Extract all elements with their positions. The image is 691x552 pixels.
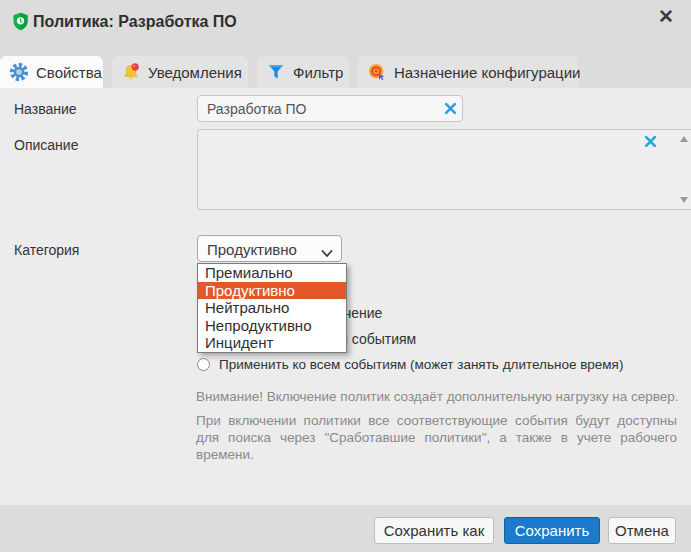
tab-label: Назначение конфигурации bbox=[394, 64, 580, 81]
category-select[interactable]: Продуктивно bbox=[197, 235, 342, 262]
server-load-warning: Внимание! Включение политик создаёт допо… bbox=[196, 389, 682, 404]
tab-notifications[interactable]: Уведомления bbox=[112, 56, 248, 88]
properties-panel: Название Описание Категория Продуктивно bbox=[0, 88, 691, 505]
policy-shield-icon bbox=[12, 12, 29, 31]
apply-all-radio[interactable] bbox=[197, 358, 210, 371]
bell-badge-icon bbox=[121, 62, 141, 82]
dialog-footer: Сохранить как Сохранить Отмена bbox=[0, 505, 691, 552]
cancel-button[interactable]: Отмена bbox=[608, 517, 676, 544]
clear-description-icon[interactable] bbox=[644, 135, 658, 149]
chevron-down-icon bbox=[321, 244, 333, 262]
tab-properties[interactable]: Свойства bbox=[0, 56, 103, 88]
name-input[interactable] bbox=[197, 95, 463, 122]
tab-label: Фильтр bbox=[293, 64, 343, 81]
option-neytralno[interactable]: Нейтрально bbox=[198, 299, 346, 317]
option-neproduktivno[interactable]: Непродуктивно bbox=[198, 317, 346, 335]
tab-label: Свойства bbox=[36, 64, 102, 81]
gear-icon bbox=[9, 62, 29, 82]
tab-config-assignment[interactable]: Назначение конфигурации bbox=[358, 56, 578, 88]
description-textarea[interactable] bbox=[197, 129, 691, 210]
option-produktivno[interactable]: Продуктивно bbox=[198, 282, 346, 300]
target-cursor-icon bbox=[367, 62, 387, 82]
scroll-down-icon[interactable] bbox=[680, 197, 688, 203]
category-selected-value: Продуктивно bbox=[207, 241, 297, 258]
dialog-title: Политика: Разработка ПО bbox=[33, 13, 237, 31]
save-button[interactable]: Сохранить bbox=[504, 517, 600, 544]
close-icon[interactable]: ✕ bbox=[655, 6, 677, 28]
policy-info-note: При включении политики все соответствующ… bbox=[196, 412, 677, 463]
policy-dialog: Политика: Разработка ПО ✕ Свойства bbox=[0, 0, 691, 552]
tab-bar: Свойства Уведомления Фильтр bbox=[0, 46, 691, 88]
category-label: Категория bbox=[14, 242, 79, 258]
save-as-button[interactable]: Сохранить как bbox=[374, 517, 494, 544]
clear-name-icon[interactable] bbox=[444, 102, 458, 116]
name-label: Название bbox=[14, 101, 77, 117]
funnel-icon bbox=[266, 62, 286, 82]
option-premialno[interactable]: Премиально bbox=[198, 264, 346, 282]
description-scrollbar[interactable] bbox=[677, 130, 691, 209]
dialog-header: Политика: Разработка ПО ✕ bbox=[0, 0, 691, 46]
description-label: Описание bbox=[14, 137, 78, 153]
option-incident[interactable]: Инцидент bbox=[198, 334, 346, 352]
category-dropdown-list: Премиально Продуктивно Нейтрально Непрод… bbox=[197, 263, 347, 353]
scroll-up-icon[interactable] bbox=[680, 136, 688, 142]
tab-label: Уведомления bbox=[148, 64, 242, 81]
tab-filter[interactable]: Фильтр bbox=[257, 56, 349, 88]
apply-all-radio-label[interactable]: Применить ко всем событиям (может занять… bbox=[219, 357, 623, 372]
